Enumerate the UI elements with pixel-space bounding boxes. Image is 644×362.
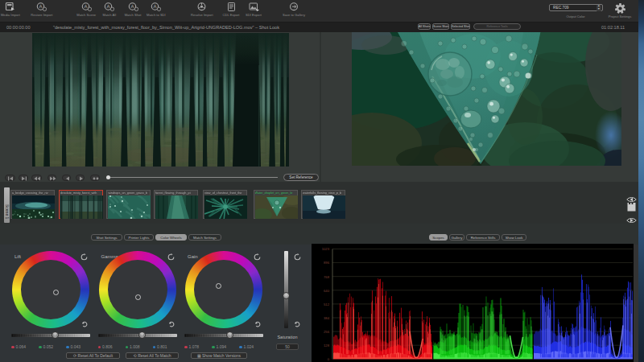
svg-text:512: 512: [324, 302, 330, 306]
svg-text:A: A: [154, 4, 157, 9]
svg-text:768: 768: [324, 275, 330, 279]
svg-text:256: 256: [324, 330, 330, 334]
svg-text:384: 384: [324, 316, 330, 320]
svg-text:A: A: [39, 4, 43, 9]
svg-text:1023: 1023: [322, 247, 330, 251]
svg-text:A: A: [107, 4, 110, 9]
svg-text:A: A: [130, 4, 134, 9]
svg-text:0: 0: [328, 357, 330, 361]
svg-text:640: 640: [324, 289, 330, 293]
svg-text:128: 128: [324, 343, 330, 348]
svg-text:896: 896: [324, 261, 330, 265]
svg-text:A: A: [84, 4, 87, 9]
